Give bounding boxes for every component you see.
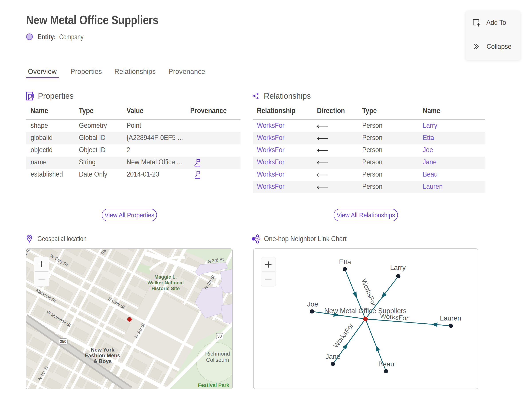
svg-text:Jane: Jane bbox=[326, 353, 340, 360]
svg-text:& Boys: & Boys bbox=[93, 358, 112, 364]
svg-text:New York: New York bbox=[91, 347, 115, 353]
svg-text:33: 33 bbox=[217, 334, 222, 338]
svg-text:Historic Site: Historic Site bbox=[151, 286, 180, 291]
svg-text:Coliseum: Coliseum bbox=[206, 357, 229, 363]
svg-text:Walker National: Walker National bbox=[147, 280, 184, 285]
svg-text:Richmond: Richmond bbox=[205, 351, 230, 357]
svg-text:Etta: Etta bbox=[339, 258, 351, 266]
svg-text:250: 250 bbox=[60, 339, 66, 344]
svg-text:Beau: Beau bbox=[378, 360, 394, 368]
svg-text:Joe: Joe bbox=[307, 300, 318, 308]
svg-text:WorksFor: WorksFor bbox=[332, 322, 355, 349]
svg-text:WorksFor: WorksFor bbox=[360, 278, 378, 307]
svg-text:Fashion Mens: Fashion Mens bbox=[85, 352, 120, 358]
svg-text:Lauren: Lauren bbox=[440, 314, 461, 322]
svg-text:Maggie L.: Maggie L. bbox=[154, 274, 177, 280]
svg-text:Larry: Larry bbox=[390, 264, 406, 271]
svg-text:Festival Park: Festival Park bbox=[198, 382, 229, 388]
